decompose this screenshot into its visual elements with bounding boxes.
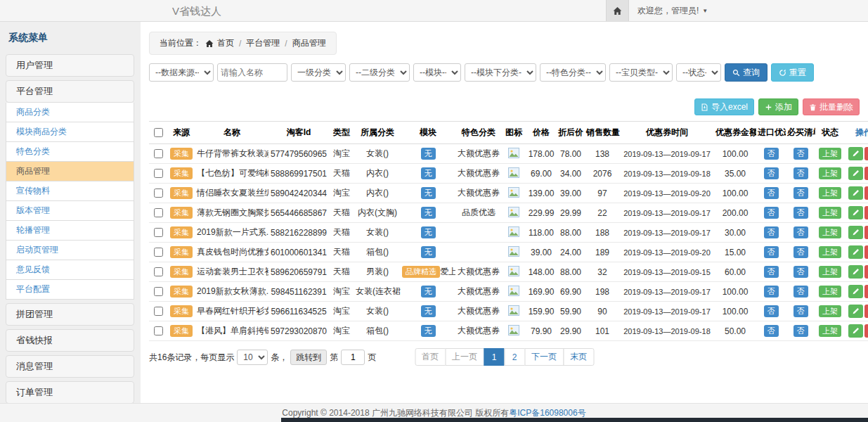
home-button[interactable] [606,0,629,21]
import-select-badge[interactable]: 否 [764,148,779,160]
delete-button[interactable] [864,285,868,298]
sidebar-item[interactable]: 特色分类 [6,142,134,162]
must-buy-badge[interactable]: 否 [793,305,808,317]
import-select-badge[interactable]: 否 [764,325,779,337]
import-select-badge[interactable]: 否 [764,305,779,317]
delete-button[interactable] [864,305,868,318]
row-checkbox[interactable] [154,228,163,237]
breadcrumb-home-link[interactable]: 首页 [217,37,234,49]
import-excel-button[interactable]: 导入excel [694,98,754,115]
must-buy-badge[interactable]: 否 [793,266,808,278]
jump-page-input[interactable] [341,350,365,365]
delete-button[interactable] [864,186,868,200]
status-badge[interactable]: 上架 [819,207,841,219]
delete-button[interactable] [864,324,868,338]
module-select[interactable]: --模块-- [413,63,461,82]
batch-delete-button[interactable]: 批量删除 [803,98,860,115]
search-button[interactable]: 查询 [725,63,767,82]
sidebar-item[interactable]: 用户管理 [6,54,134,77]
must-buy-badge[interactable]: 否 [793,148,808,160]
row-checkbox[interactable] [154,326,163,335]
sidebar-item[interactable]: 省钱快报 [6,329,134,352]
import-select-badge[interactable]: 否 [764,286,779,298]
module-subcategory-select[interactable]: --模块下分类-- [465,63,536,82]
sidebar-item[interactable]: 商品管理 [6,162,134,181]
level2-category-select[interactable]: --二级分类-- [349,63,410,82]
sidebar-item[interactable]: 模块商品分类 [6,122,134,142]
sidebar-item[interactable]: 平台配置 [6,280,134,300]
edit-button[interactable] [848,206,863,219]
delete-button[interactable] [864,206,868,219]
sidebar-item[interactable]: 版本管理 [6,201,134,221]
data-source-select[interactable]: --数据来源-- [149,63,214,82]
edit-button[interactable] [848,324,863,338]
import-select-badge[interactable]: 否 [764,207,779,219]
sidebar-item[interactable]: 平台管理 [6,80,134,103]
status-badge[interactable]: 上架 [819,305,841,317]
status-badge[interactable]: 上架 [819,266,841,278]
row-checkbox[interactable] [154,307,163,316]
delete-button[interactable] [864,245,868,259]
delete-button[interactable] [864,265,868,279]
status-badge[interactable]: 上架 [819,167,841,179]
sidebar-item[interactable]: 订单管理 [6,381,134,403]
page-size-select[interactable]: 10 [237,350,268,365]
select-all-checkbox[interactable] [154,128,163,137]
import-select-badge[interactable]: 否 [764,187,779,199]
must-buy-badge[interactable]: 否 [793,226,808,238]
sidebar-item[interactable]: 启动页管理 [6,241,134,260]
sidebar-item[interactable]: 消息管理 [6,355,134,378]
row-checkbox[interactable] [154,267,163,276]
edit-button[interactable] [848,245,863,259]
edit-button[interactable] [848,305,863,318]
status-badge[interactable]: 上架 [819,325,841,337]
name-input[interactable] [217,63,287,82]
item-type-select[interactable]: --宝贝类型-- [609,63,673,82]
icp-link[interactable]: 粤ICP备16098006号 [509,407,585,419]
sidebar-item[interactable]: 商品分类 [6,103,134,122]
edit-button[interactable] [848,226,863,239]
delete-button[interactable] [864,226,868,239]
add-button[interactable]: 添加 [758,98,798,115]
import-select-badge[interactable]: 否 [764,167,779,179]
edit-button[interactable] [848,186,863,200]
status-select[interactable]: --状态-- [676,63,721,82]
sidebar-item[interactable]: 拼团管理 [6,303,134,326]
jump-button[interactable]: 跳转到 [290,350,327,365]
must-buy-badge[interactable]: 否 [793,246,808,258]
page-button[interactable]: 下一页 [524,348,564,366]
edit-button[interactable] [848,167,863,180]
edit-button[interactable] [848,285,863,298]
must-buy-badge[interactable]: 否 [793,207,808,219]
status-badge[interactable]: 上架 [819,246,841,258]
row-checkbox[interactable] [154,188,163,198]
page-button[interactable]: 末页 [563,348,594,366]
level1-category-select[interactable]: 一级分类 [291,63,346,82]
reset-button[interactable]: 重置 [771,63,814,82]
edit-button[interactable] [848,147,863,160]
must-buy-badge[interactable]: 否 [793,325,808,337]
must-buy-badge[interactable]: 否 [793,187,808,199]
status-badge[interactable]: 上架 [819,226,841,238]
row-checkbox[interactable] [154,208,163,217]
row-checkbox[interactable] [154,169,163,178]
status-badge[interactable]: 上架 [819,286,841,298]
delete-button[interactable] [864,147,868,160]
delete-button[interactable] [864,167,868,180]
row-checkbox[interactable] [154,287,163,296]
must-buy-badge[interactable]: 否 [793,167,808,179]
sidebar-item[interactable]: 轮播管理 [6,221,134,241]
edit-button[interactable] [848,265,863,279]
breadcrumb-platform-link[interactable]: 平台管理 [246,37,280,49]
sidebar-item[interactable]: 宣传物料 [6,181,134,201]
sidebar-item[interactable]: 意见反馈 [6,260,134,280]
status-badge[interactable]: 上架 [819,148,841,160]
row-checkbox[interactable] [154,149,163,158]
import-select-badge[interactable]: 否 [764,246,779,258]
import-select-badge[interactable]: 否 [764,266,779,278]
feature-category-select[interactable]: --特色分类-- [540,63,606,82]
row-checkbox[interactable] [154,248,163,257]
page-button[interactable]: 1 [484,348,505,366]
status-badge[interactable]: 上架 [819,187,841,199]
page-button[interactable]: 2 [504,348,525,366]
